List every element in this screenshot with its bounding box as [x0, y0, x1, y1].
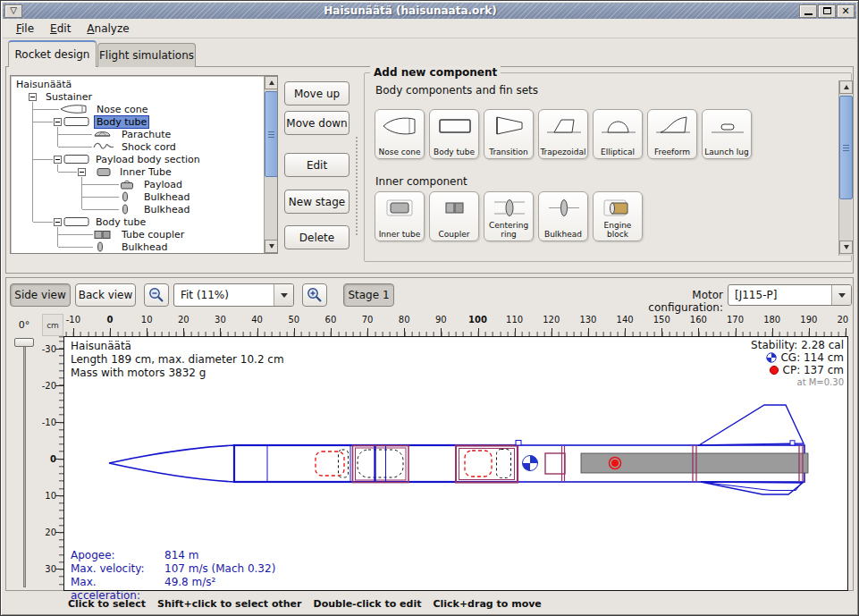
h-ruler-tick-mark	[588, 328, 589, 336]
v-ruler-tick-label: -30	[42, 343, 56, 353]
delete-button[interactable]: Delete	[284, 225, 349, 249]
add-coupler-button[interactable]: Coupler	[429, 191, 479, 241]
transition-icon	[490, 114, 529, 139]
side-view-button[interactable]: Side view	[10, 283, 71, 307]
scroll-up-icon	[844, 85, 849, 89]
stage-1-toggle[interactable]: Stage 1	[343, 283, 394, 307]
add-bulkhead-button[interactable]: Bulkhead	[538, 191, 588, 241]
h-ruler-tick-mark	[441, 328, 442, 336]
add-elliptical-fin-button[interactable]: Elliptical	[593, 109, 643, 159]
motor-config-arrow[interactable]	[831, 285, 851, 305]
scroll-down-button[interactable]	[265, 240, 278, 253]
scroll-up-button[interactable]	[265, 76, 278, 89]
tree-expander-icon[interactable]	[54, 118, 62, 126]
engine-block-icon	[599, 196, 638, 221]
tree-expander-icon[interactable]	[54, 156, 62, 164]
scroll-down-icon	[269, 244, 274, 249]
tree-expander-icon[interactable]	[54, 218, 62, 226]
scroll-down-icon	[844, 245, 849, 249]
motor-configuration-select[interactable]: [J115-P]	[728, 284, 852, 306]
menu-edit[interactable]: Edit	[42, 21, 79, 37]
chevron-down-icon	[281, 293, 288, 298]
h-ruler-tick-mark	[367, 328, 368, 336]
rotation-slider-handle[interactable]	[14, 338, 34, 347]
menu-file-rest: ile	[21, 22, 34, 35]
centering-ring-icon	[490, 196, 529, 221]
minimize-button[interactable]	[799, 4, 817, 18]
zoom-in-button[interactable]	[302, 283, 327, 307]
title-bar[interactable]: ▽ Haisunäätä (haisunaata.ork) ✕	[3, 3, 856, 19]
zoom-level-select[interactable]: Fit (11%)	[173, 283, 294, 307]
window-menu-button[interactable]: ▽	[4, 4, 22, 18]
add-inner-tube-button[interactable]: Inner tube	[375, 191, 425, 241]
component-scrollbar-thumb[interactable]	[839, 96, 853, 199]
component-panel-scrollbar[interactable]	[838, 80, 852, 256]
h-ruler-tick-label: 200	[837, 315, 848, 325]
tree-expander-icon[interactable]	[78, 168, 86, 176]
h-ruler-tick-label: 10	[141, 315, 153, 325]
h-ruler-tick-mark	[294, 328, 295, 336]
h-ruler-tick-label: 190	[800, 315, 817, 325]
maximize-button[interactable]	[818, 4, 836, 18]
move-down-button[interactable]: Move down	[284, 111, 349, 135]
zoom-select-arrow[interactable]	[274, 284, 293, 306]
menu-file[interactable]: File	[8, 21, 42, 37]
h-ruler-tick-mark	[698, 328, 699, 336]
add-nose-cone-button[interactable]: Nose cone	[375, 109, 425, 159]
h-ruler-tick-mark	[147, 328, 147, 336]
add-launch-lug-button[interactable]: Launch lug	[702, 109, 752, 159]
cg-symbol-icon	[766, 352, 777, 363]
scroll-down-button[interactable]	[839, 240, 853, 254]
tab-flight-simulations[interactable]: Flight simulations	[97, 43, 196, 67]
new-stage-button[interactable]: New stage	[284, 190, 349, 214]
h-ruler-tick-mark	[736, 328, 737, 336]
add-body-tube-button[interactable]: Body tube	[429, 109, 479, 159]
tree-expander-icon[interactable]	[29, 93, 37, 101]
h-ruler-tick-mark	[73, 328, 74, 336]
h-ruler-tick-label: 130	[579, 315, 596, 325]
menu-analyze[interactable]: Analyze	[79, 21, 137, 37]
move-up-button[interactable]: Move up	[284, 81, 349, 105]
stability-condition: at M=0.30	[751, 376, 844, 389]
h-ruler-tick-mark	[809, 328, 810, 336]
component-tree[interactable]: Haisunäätä Sustainer Nose cone Body tube…	[10, 75, 278, 254]
maximize-icon	[823, 7, 831, 14]
close-button[interactable]: ✕	[837, 4, 855, 18]
scroll-up-icon	[269, 80, 274, 85]
panel-splitter[interactable]	[356, 137, 358, 235]
h-ruler-tick-label: -10	[66, 315, 80, 325]
fin-top-shape[interactable]	[699, 405, 804, 445]
coupler-icon	[435, 196, 475, 221]
launch-lug-icon	[708, 114, 747, 139]
zoom-out-button[interactable]	[144, 283, 169, 307]
stability-info: Stability: 2.28 cal CG: 114 cm CP: 137 c…	[751, 339, 844, 389]
edit-button[interactable]: Edit	[284, 153, 349, 177]
add-engine-block-button[interactable]: Engine block	[593, 191, 643, 241]
scroll-up-button[interactable]	[839, 80, 853, 94]
h-ruler-tick-mark	[478, 328, 479, 336]
hint-click-select: Click to select	[68, 598, 146, 610]
component-button-label: Body tube	[434, 148, 475, 157]
component-button-label: Centering ring	[484, 222, 533, 239]
back-view-button[interactable]: Back view	[75, 283, 136, 307]
add-component-title: Add new component	[370, 66, 501, 79]
h-ruler-tick-mark	[404, 328, 405, 336]
h-ruler-tick-label: 100	[468, 315, 487, 325]
add-centering-ring-button[interactable]: Centering ring	[484, 191, 534, 241]
rotation-slider-track[interactable]	[23, 341, 26, 587]
close-icon: ✕	[841, 6, 849, 16]
launch-lug-shape[interactable]	[516, 441, 521, 446]
launch-lug-rear-shape[interactable]	[790, 441, 795, 445]
add-transition-button[interactable]: Transition	[484, 109, 534, 159]
h-ruler-tick-mark	[772, 328, 773, 336]
v-ruler-tick-mark	[55, 495, 63, 496]
tree-scrollbar-thumb[interactable]	[265, 91, 278, 177]
add-trapezoidal-fin-button[interactable]: Trapezoidal	[538, 109, 588, 159]
v-ruler-tick-mark	[55, 459, 63, 460]
h-ruler-tick-label: 160	[690, 315, 707, 325]
add-freeform-fin-button[interactable]: Freeform	[647, 109, 697, 159]
tab-rocket-design[interactable]: Rocket design	[8, 40, 97, 67]
nose-cone-shape[interactable]	[109, 445, 234, 482]
tree-scrollbar[interactable]	[264, 76, 277, 254]
menu-bar: File Edit Analyze	[3, 19, 856, 38]
